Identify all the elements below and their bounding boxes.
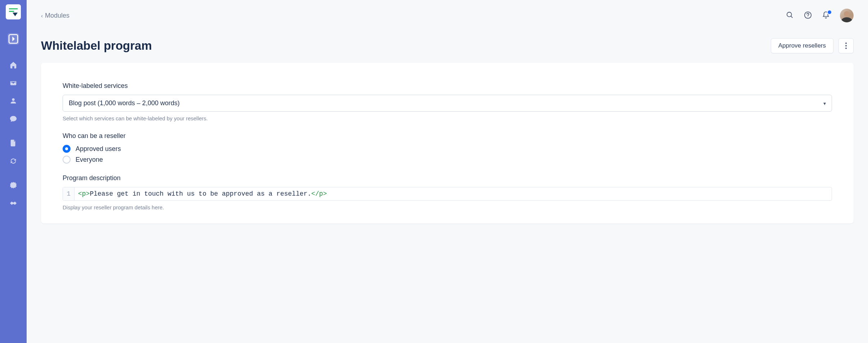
radio-label-approved: Approved users [76, 145, 121, 153]
page-title: Whitelabel program [41, 39, 152, 53]
nav-enter-icon[interactable] [8, 33, 19, 45]
approve-resellers-button[interactable]: Approve resellers [771, 38, 833, 53]
inbox-icon[interactable] [9, 79, 17, 87]
help-icon[interactable] [804, 11, 812, 20]
main-content: ‹ Modules Whitelabel program App [27, 0, 868, 343]
sidebar [0, 0, 27, 343]
svg-point-4 [808, 17, 808, 17]
description-label: Program description [63, 174, 832, 182]
handshake-icon[interactable] [9, 199, 17, 207]
bell-icon[interactable] [822, 11, 830, 20]
breadcrumb[interactable]: ‹ Modules [41, 12, 69, 19]
notification-badge [827, 10, 832, 15]
description-help: Display your reseller program details he… [63, 204, 832, 210]
user-icon[interactable] [9, 97, 17, 105]
radio-indicator [63, 145, 71, 153]
chevron-left-icon: ‹ [41, 13, 43, 19]
services-select[interactable]: Blog post (1,000 words – 2,000 words) ▾ [63, 95, 832, 112]
document-icon[interactable] [9, 139, 17, 147]
search-icon[interactable] [786, 11, 794, 20]
page-header: Whitelabel program Approve resellers [41, 38, 854, 53]
badge-icon[interactable] [9, 181, 17, 189]
top-actions [786, 9, 854, 22]
chat-icon[interactable] [9, 115, 17, 123]
services-selected-value: Blog post (1,000 words – 2,000 words) [69, 99, 180, 107]
services-field: White-labeled services Blog post (1,000 … [63, 82, 832, 121]
sync-icon[interactable] [9, 157, 17, 165]
topbar: ‹ Modules [41, 9, 854, 22]
svg-line-2 [791, 16, 793, 18]
reseller-field: Who can be a reseller Approved users Eve… [63, 132, 832, 164]
svg-point-1 [787, 12, 792, 17]
home-icon[interactable] [9, 61, 17, 69]
description-field: Program description 1 <p>Please get in t… [63, 174, 832, 210]
dots-vertical-icon [845, 43, 847, 49]
radio-indicator [63, 156, 71, 164]
editor-content: <p>Please get in touch with us to be app… [74, 187, 832, 200]
description-editor[interactable]: 1 <p>Please get in touch with us to be a… [63, 187, 832, 201]
avatar[interactable] [840, 9, 854, 22]
chevron-down-icon: ▾ [823, 101, 826, 106]
settings-card: White-labeled services Blog post (1,000 … [41, 63, 854, 223]
services-help: Select which services can be white-label… [63, 115, 832, 121]
app-logo[interactable] [6, 4, 21, 19]
editor-gutter: 1 [63, 187, 74, 200]
reseller-label: Who can be a reseller [63, 132, 832, 140]
services-label: White-labeled services [63, 82, 832, 90]
radio-everyone[interactable]: Everyone [63, 156, 832, 164]
radio-label-everyone: Everyone [76, 156, 103, 164]
radio-approved-users[interactable]: Approved users [63, 145, 832, 153]
breadcrumb-label: Modules [45, 12, 69, 19]
more-actions-button[interactable] [838, 38, 854, 53]
